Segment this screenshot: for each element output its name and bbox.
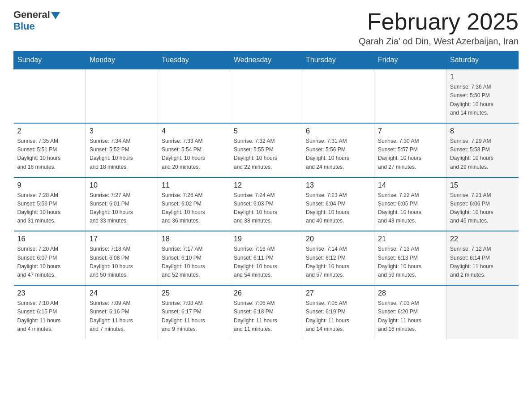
- day-number: 3: [90, 127, 154, 135]
- day-number: 7: [378, 127, 442, 135]
- day-number: 4: [162, 127, 226, 135]
- calendar-cell: 3Sunrise: 7:34 AMSunset: 5:52 PMDaylight…: [86, 123, 158, 177]
- day-info: Sunrise: 7:16 AMSunset: 6:11 PMDaylight:…: [234, 245, 298, 279]
- day-number: 22: [450, 235, 515, 243]
- calendar-cell: 7Sunrise: 7:30 AMSunset: 5:57 PMDaylight…: [374, 123, 446, 177]
- title-section: February 2025 Qarah Zia' od Din, West Az…: [359, 9, 519, 47]
- calendar-cell: [230, 69, 302, 123]
- logo-triangle-icon: [51, 12, 60, 19]
- calendar-cell: 11Sunrise: 7:26 AMSunset: 6:02 PMDayligh…: [158, 177, 230, 231]
- logo: General Blue: [13, 9, 60, 32]
- day-info: Sunrise: 7:36 AMSunset: 5:50 PMDaylight:…: [450, 83, 515, 117]
- calendar-cell: 9Sunrise: 7:28 AMSunset: 5:59 PMDaylight…: [14, 177, 86, 231]
- day-info: Sunrise: 7:14 AMSunset: 6:12 PMDaylight:…: [306, 245, 370, 279]
- day-info: Sunrise: 7:12 AMSunset: 6:14 PMDaylight:…: [450, 245, 515, 279]
- calendar-cell: 17Sunrise: 7:18 AMSunset: 6:08 PMDayligh…: [86, 231, 158, 285]
- day-number: 13: [306, 181, 370, 189]
- calendar-title: February 2025: [359, 9, 519, 34]
- calendar-cell: 18Sunrise: 7:17 AMSunset: 6:10 PMDayligh…: [158, 231, 230, 285]
- day-info: Sunrise: 7:20 AMSunset: 6:07 PMDaylight:…: [17, 245, 82, 279]
- day-info: Sunrise: 7:27 AMSunset: 6:01 PMDaylight:…: [90, 191, 154, 226]
- day-number: 10: [90, 181, 154, 189]
- calendar-cell: 14Sunrise: 7:22 AMSunset: 6:05 PMDayligh…: [374, 177, 446, 231]
- calendar-week-row: 16Sunrise: 7:20 AMSunset: 6:07 PMDayligh…: [14, 231, 519, 285]
- day-number: 18: [162, 235, 226, 243]
- calendar-cell: 10Sunrise: 7:27 AMSunset: 6:01 PMDayligh…: [86, 177, 158, 231]
- day-info: Sunrise: 7:31 AMSunset: 5:56 PMDaylight:…: [306, 137, 370, 171]
- calendar-table: SundayMondayTuesdayWednesdayThursdayFrid…: [13, 51, 519, 339]
- calendar-cell: 22Sunrise: 7:12 AMSunset: 6:14 PMDayligh…: [446, 231, 519, 285]
- day-info: Sunrise: 7:26 AMSunset: 6:02 PMDaylight:…: [162, 191, 226, 226]
- calendar-cell: 2Sunrise: 7:35 AMSunset: 5:51 PMDaylight…: [14, 123, 86, 177]
- day-info: Sunrise: 7:13 AMSunset: 6:13 PMDaylight:…: [378, 245, 442, 279]
- day-number: 23: [17, 289, 82, 297]
- day-number: 21: [378, 235, 442, 243]
- day-number: 6: [306, 127, 370, 135]
- day-number: 11: [162, 181, 226, 189]
- calendar-cell: 1Sunrise: 7:36 AMSunset: 5:50 PMDaylight…: [446, 69, 519, 123]
- calendar-cell: 19Sunrise: 7:16 AMSunset: 6:11 PMDayligh…: [230, 231, 302, 285]
- calendar-cell: 25Sunrise: 7:08 AMSunset: 6:17 PMDayligh…: [158, 285, 230, 339]
- calendar-week-row: 1Sunrise: 7:36 AMSunset: 5:50 PMDaylight…: [14, 69, 519, 123]
- day-info: Sunrise: 7:03 AMSunset: 6:20 PMDaylight:…: [378, 299, 442, 334]
- day-info: Sunrise: 7:32 AMSunset: 5:55 PMDaylight:…: [234, 137, 298, 171]
- weekday-header-thursday: Thursday: [302, 51, 374, 69]
- calendar-cell: 23Sunrise: 7:10 AMSunset: 6:15 PMDayligh…: [14, 285, 86, 339]
- calendar-cell: [14, 69, 86, 123]
- logo-general-text: General: [13, 9, 50, 21]
- day-number: 5: [234, 127, 298, 135]
- calendar-cell: 6Sunrise: 7:31 AMSunset: 5:56 PMDaylight…: [302, 123, 374, 177]
- day-info: Sunrise: 7:24 AMSunset: 6:03 PMDaylight:…: [234, 191, 298, 226]
- day-number: 16: [17, 235, 82, 243]
- calendar-cell: 15Sunrise: 7:21 AMSunset: 6:06 PMDayligh…: [446, 177, 519, 231]
- calendar-cell: 20Sunrise: 7:14 AMSunset: 6:12 PMDayligh…: [302, 231, 374, 285]
- calendar-cell: [446, 285, 519, 339]
- weekday-header-tuesday: Tuesday: [158, 51, 230, 69]
- calendar-subtitle: Qarah Zia' od Din, West Azerbaijan, Iran: [359, 36, 519, 47]
- day-number: 12: [234, 181, 298, 189]
- day-info: Sunrise: 7:22 AMSunset: 6:05 PMDaylight:…: [378, 191, 442, 226]
- day-info: Sunrise: 7:29 AMSunset: 5:58 PMDaylight:…: [450, 137, 515, 171]
- calendar-cell: 26Sunrise: 7:06 AMSunset: 6:18 PMDayligh…: [230, 285, 302, 339]
- day-number: 2: [17, 127, 82, 135]
- calendar-cell: 4Sunrise: 7:33 AMSunset: 5:54 PMDaylight…: [158, 123, 230, 177]
- day-number: 26: [234, 289, 298, 297]
- day-info: Sunrise: 7:06 AMSunset: 6:18 PMDaylight:…: [234, 299, 298, 334]
- weekday-header-wednesday: Wednesday: [230, 51, 302, 69]
- calendar-cell: 13Sunrise: 7:23 AMSunset: 6:04 PMDayligh…: [302, 177, 374, 231]
- calendar-cell: 27Sunrise: 7:05 AMSunset: 6:19 PMDayligh…: [302, 285, 374, 339]
- day-info: Sunrise: 7:21 AMSunset: 6:06 PMDaylight:…: [450, 191, 515, 226]
- day-number: 25: [162, 289, 226, 297]
- day-info: Sunrise: 7:17 AMSunset: 6:10 PMDaylight:…: [162, 245, 226, 279]
- day-info: Sunrise: 7:28 AMSunset: 5:59 PMDaylight:…: [17, 191, 82, 226]
- day-number: 1: [450, 73, 515, 81]
- calendar-cell: 5Sunrise: 7:32 AMSunset: 5:55 PMDaylight…: [230, 123, 302, 177]
- day-number: 28: [378, 289, 442, 297]
- day-number: 14: [378, 181, 442, 189]
- calendar-cell: 24Sunrise: 7:09 AMSunset: 6:16 PMDayligh…: [86, 285, 158, 339]
- day-number: 27: [306, 289, 370, 297]
- day-info: Sunrise: 7:35 AMSunset: 5:51 PMDaylight:…: [17, 137, 82, 171]
- weekday-header-row: SundayMondayTuesdayWednesdayThursdayFrid…: [14, 51, 519, 69]
- calendar-cell: 21Sunrise: 7:13 AMSunset: 6:13 PMDayligh…: [374, 231, 446, 285]
- day-info: Sunrise: 7:18 AMSunset: 6:08 PMDaylight:…: [90, 245, 154, 279]
- day-info: Sunrise: 7:23 AMSunset: 6:04 PMDaylight:…: [306, 191, 370, 226]
- day-number: 9: [17, 181, 82, 189]
- day-number: 24: [90, 289, 154, 297]
- day-info: Sunrise: 7:10 AMSunset: 6:15 PMDaylight:…: [17, 299, 82, 334]
- weekday-header-saturday: Saturday: [446, 51, 519, 69]
- calendar-week-row: 23Sunrise: 7:10 AMSunset: 6:15 PMDayligh…: [14, 285, 519, 339]
- calendar-cell: [86, 69, 158, 123]
- weekday-header-monday: Monday: [86, 51, 158, 69]
- day-number: 19: [234, 235, 298, 243]
- calendar-cell: [158, 69, 230, 123]
- calendar-cell: 28Sunrise: 7:03 AMSunset: 6:20 PMDayligh…: [374, 285, 446, 339]
- day-number: 8: [450, 127, 515, 135]
- day-info: Sunrise: 7:09 AMSunset: 6:16 PMDaylight:…: [90, 299, 154, 334]
- day-number: 15: [450, 181, 515, 189]
- calendar-cell: [302, 69, 374, 123]
- day-number: 20: [306, 235, 370, 243]
- calendar-cell: 16Sunrise: 7:20 AMSunset: 6:07 PMDayligh…: [14, 231, 86, 285]
- calendar-cell: [374, 69, 446, 123]
- calendar-cell: 8Sunrise: 7:29 AMSunset: 5:58 PMDaylight…: [446, 123, 519, 177]
